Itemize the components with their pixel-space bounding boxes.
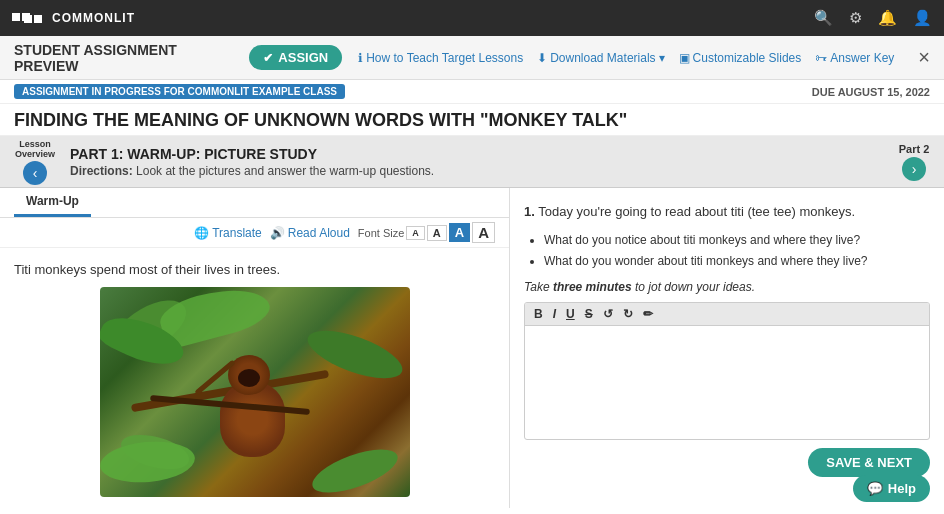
question-number: 1. xyxy=(524,204,535,219)
key-icon: 🗝 xyxy=(815,51,827,65)
info-icon: ℹ xyxy=(358,51,363,65)
list-item: What do you notice about titi monkeys an… xyxy=(544,232,930,249)
logo-icon xyxy=(12,13,42,23)
assignment-badge: ASSIGNMENT IN PROGRESS FOR COMMONLIT EXA… xyxy=(14,84,345,99)
lesson-title: FINDING THE MEANING OF UNKNOWN WORDS WIT… xyxy=(14,110,930,131)
prompt-end: to jot down your ideas. xyxy=(635,280,755,294)
logo: COMMONLIT xyxy=(12,11,135,25)
bold-button[interactable]: B xyxy=(531,306,546,322)
due-date: DUE AUGUST 15, 2022 xyxy=(812,86,930,98)
dropdown-icon: ▾ xyxy=(659,51,665,65)
pencil-button[interactable]: ✏ xyxy=(640,306,656,322)
answer-key-label: Answer Key xyxy=(830,51,894,65)
part2-nav[interactable]: Part 2 › xyxy=(894,143,934,181)
font-size-xlarge-button[interactable]: A xyxy=(472,222,495,243)
download-icon: ⬇ xyxy=(537,51,547,65)
page-title: STUDENT ASSIGNMENT PREVIEW xyxy=(14,42,233,74)
font-size-label: Font Size xyxy=(358,227,404,239)
read-aloud-label: Read Aloud xyxy=(288,226,350,240)
left-panel: Warm-Up 🌐 Translate 🔊 Read Aloud Font Si… xyxy=(0,188,510,508)
sub-header: STUDENT ASSIGNMENT PREVIEW ✔ ASSIGN ℹ Ho… xyxy=(0,36,944,80)
redo-button[interactable]: ↻ xyxy=(620,306,636,322)
part-nav-bar: LessonOverview ‹ PART 1: WARM-UP: PICTUR… xyxy=(0,136,944,188)
warmup-body-text: Titi monkeys spend most of their lives i… xyxy=(14,262,495,277)
prompt-bold: three minutes xyxy=(553,280,632,294)
translate-icon: 🌐 xyxy=(194,226,209,240)
chevron-right-icon: › xyxy=(912,161,917,177)
button-row: SAVE & NEXT xyxy=(524,440,930,477)
read-aloud-link[interactable]: 🔊 Read Aloud xyxy=(270,226,350,240)
monkey-image xyxy=(100,287,410,497)
lesson-title-bar: FINDING THE MEANING OF UNKNOWN WORDS WIT… xyxy=(0,104,944,136)
bell-nav-icon[interactable]: 🔔 xyxy=(878,9,897,27)
tab-warmup[interactable]: Warm-Up xyxy=(14,188,91,217)
part-title-area: PART 1: WARM-UP: PICTURE STUDY Direction… xyxy=(70,146,884,178)
right-panel: 1. Today you're going to read about titi… xyxy=(510,188,944,508)
customizable-slides-link[interactable]: ▣ Customizable Slides xyxy=(679,51,802,65)
part-directions: Directions: Look at the pictures and ans… xyxy=(70,164,884,178)
font-size-controls: Font Size A A A A xyxy=(358,222,495,243)
italic-button[interactable]: I xyxy=(550,306,559,322)
font-size-medium-button[interactable]: A xyxy=(427,225,447,241)
list-item: What do you wonder about titi monkeys an… xyxy=(544,253,930,270)
toolbar-row: 🌐 Translate 🔊 Read Aloud Font Size A A A… xyxy=(0,218,509,248)
italic-prompt: Take three minutes to jot down your idea… xyxy=(524,280,930,294)
logo-text: COMMONLIT xyxy=(52,11,135,25)
tab-bar: Warm-Up xyxy=(0,188,509,218)
text-editor: B I U S ↺ ↻ ✏ xyxy=(524,302,930,440)
answer-key-link[interactable]: 🗝 Answer Key xyxy=(815,51,894,65)
customizable-slides-label: Customizable Slides xyxy=(693,51,802,65)
help-label: Help xyxy=(888,481,916,496)
next-part-button[interactable]: › xyxy=(902,157,926,181)
part-title: PART 1: WARM-UP: PICTURE STUDY xyxy=(70,146,884,162)
question-body: Today you're going to read about titi (t… xyxy=(538,204,855,219)
download-materials-label: Download Materials xyxy=(550,51,655,65)
main-content: Warm-Up 🌐 Translate 🔊 Read Aloud Font Si… xyxy=(0,188,944,508)
bullet-list: What do you notice about titi monkeys an… xyxy=(544,232,930,271)
prompt-text: Take xyxy=(524,280,550,294)
check-icon: ✔ xyxy=(263,51,273,65)
font-size-large-button[interactable]: A xyxy=(449,223,470,242)
part2-label: Part 2 xyxy=(899,143,930,155)
teach-target-lessons-link[interactable]: ℹ How to Teach Target Lessons xyxy=(358,51,523,65)
settings-nav-icon[interactable]: ⚙ xyxy=(849,9,862,27)
help-button[interactable]: 💬 Help xyxy=(853,475,930,502)
top-navigation: COMMONLIT 🔍 ⚙ 🔔 👤 xyxy=(0,0,944,36)
assign-button[interactable]: ✔ ASSIGN xyxy=(249,45,342,70)
left-content: Titi monkeys spend most of their lives i… xyxy=(0,248,509,508)
search-nav-icon[interactable]: 🔍 xyxy=(814,9,833,27)
prev-part-button[interactable]: ‹ xyxy=(23,161,47,185)
translate-link[interactable]: 🌐 Translate xyxy=(194,226,262,240)
question-text: 1. Today you're going to read about titi… xyxy=(524,202,930,222)
lesson-overview-button[interactable]: LessonOverview ‹ xyxy=(10,139,60,185)
lesson-overview-label: LessonOverview xyxy=(15,139,55,159)
assignment-banner: ASSIGNMENT IN PROGRESS FOR COMMONLIT EXA… xyxy=(0,80,944,104)
sub-header-links: ℹ How to Teach Target Lessons ⬇ Download… xyxy=(358,51,894,65)
nav-icon-group: 🔍 ⚙ 🔔 👤 xyxy=(814,9,932,27)
assign-button-label: ASSIGN xyxy=(278,50,328,65)
editor-toolbar: B I U S ↺ ↻ ✏ xyxy=(525,303,929,326)
speaker-icon: 🔊 xyxy=(270,226,285,240)
font-size-small-button[interactable]: A xyxy=(406,226,425,240)
teach-target-lessons-label: How to Teach Target Lessons xyxy=(366,51,523,65)
close-button[interactable]: × xyxy=(918,46,930,69)
undo-button[interactable]: ↺ xyxy=(600,306,616,322)
download-materials-link[interactable]: ⬇ Download Materials ▾ xyxy=(537,51,664,65)
directions-text: Look at the pictures and answer the warm… xyxy=(136,164,434,178)
chevron-left-icon: ‹ xyxy=(33,165,38,181)
answer-textarea[interactable] xyxy=(525,326,929,436)
directions-label: Directions: xyxy=(70,164,133,178)
save-next-button[interactable]: SAVE & NEXT xyxy=(808,448,930,477)
strikethrough-button[interactable]: S xyxy=(582,306,596,322)
slides-icon: ▣ xyxy=(679,51,690,65)
underline-button[interactable]: U xyxy=(563,306,578,322)
user-nav-icon[interactable]: 👤 xyxy=(913,9,932,27)
translate-label: Translate xyxy=(212,226,262,240)
chat-icon: 💬 xyxy=(867,481,883,496)
